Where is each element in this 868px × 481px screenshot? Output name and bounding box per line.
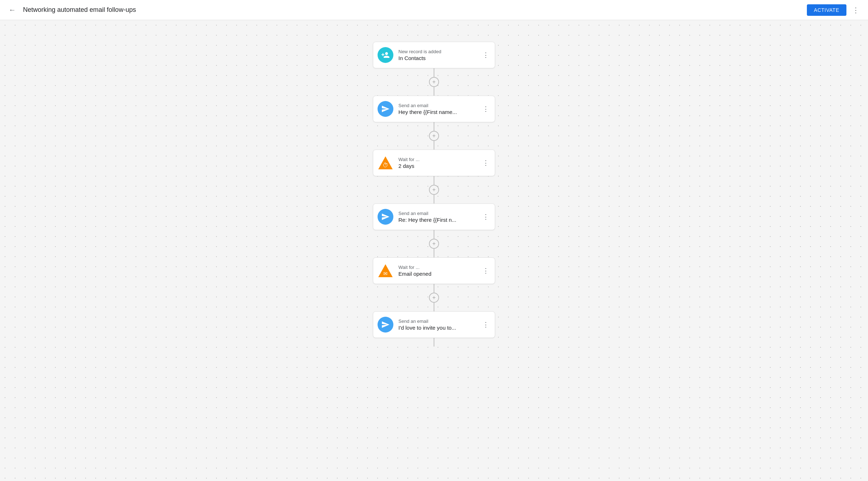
connector-line (434, 68, 434, 77)
connector-line (434, 195, 434, 203)
add-step-button-3[interactable]: + (429, 185, 439, 195)
connector-bottom (434, 338, 434, 347)
add-step-button-2[interactable]: + (429, 131, 439, 141)
send-email-1-label: Send an email (398, 103, 481, 108)
connector-line (434, 230, 434, 239)
email-send-icon-3 (378, 317, 393, 333)
node-1-more-button[interactable]: ⋮ (481, 50, 490, 60)
send-email-2-label: Send an email (398, 211, 481, 216)
connector-line (434, 87, 434, 96)
node-4-more-button[interactable]: ⋮ (481, 211, 490, 222)
email-send-icon-2 (378, 209, 393, 225)
node-send-email-2[interactable]: Send an email Re: Hey there {{First n...… (373, 203, 495, 230)
connector-line (434, 176, 434, 185)
email-send-icon-1 (378, 101, 393, 117)
send-icon (381, 212, 390, 221)
connector-line (434, 284, 434, 293)
add-step-button-5[interactable]: + (429, 293, 439, 303)
send-email-3-title: I'd love to invite you to... (398, 325, 481, 331)
wait-event-icon: ✉ (378, 263, 393, 279)
connector-1: + (429, 68, 439, 96)
back-button[interactable]: ← (6, 3, 19, 17)
wait-time-text: Wait for ... 2 days (398, 157, 481, 169)
wait-event-title: Email opened (398, 271, 481, 277)
orange-triangle-email-icon: ✉ (378, 263, 393, 279)
connector-5: + (429, 284, 439, 311)
node-send-email-1[interactable]: Send an email Hey there {{First name... … (373, 96, 495, 122)
node-trigger[interactable]: New record is added In Contacts ⋮ (373, 42, 495, 68)
orange-triangle-clock-icon: ⏱ (378, 155, 393, 171)
trigger-title: In Contacts (398, 55, 481, 61)
svg-text:✉: ✉ (383, 271, 388, 276)
send-email-2-title: Re: Hey there {{First n... (398, 217, 481, 223)
flow-container: New record is added In Contacts ⋮ + Send… (373, 42, 495, 452)
node-5-more-button[interactable]: ⋮ (481, 265, 490, 276)
send-email-3-text: Send an email I'd love to invite you to.… (398, 319, 481, 331)
connector-line (434, 303, 434, 311)
activate-button[interactable]: ACTIVATE (807, 4, 846, 16)
add-step-button-4[interactable]: + (429, 239, 439, 249)
connector-line (434, 249, 434, 257)
send-email-2-text: Send an email Re: Hey there {{First n... (398, 211, 481, 223)
node-6-more-button[interactable]: ⋮ (481, 319, 490, 330)
connector-4: + (429, 230, 439, 257)
header-left: ← Networking automated email follow-ups (6, 3, 136, 17)
person-add-icon (381, 51, 390, 59)
header: ← Networking automated email follow-ups … (0, 0, 868, 20)
connector-line (434, 338, 434, 347)
trigger-label: New record is added (398, 49, 481, 54)
send-email-1-text: Send an email Hey there {{First name... (398, 103, 481, 115)
send-icon (381, 105, 390, 113)
wait-time-title: 2 days (398, 163, 481, 169)
node-wait-event[interactable]: ✉ Wait for ... Email opened ⋮ (373, 257, 495, 284)
connector-3: + (429, 176, 439, 203)
trigger-icon (378, 47, 393, 63)
connector-2: + (429, 122, 439, 150)
connector-line (434, 122, 434, 131)
connector-line (434, 141, 434, 150)
page-title: Networking automated email follow-ups (23, 6, 136, 14)
send-email-3-label: Send an email (398, 319, 481, 324)
node-wait-time[interactable]: ⏱ Wait for ... 2 days ⋮ (373, 150, 495, 176)
header-more-button[interactable]: ⋮ (849, 3, 862, 17)
wait-time-label: Wait for ... (398, 157, 481, 162)
trigger-text: New record is added In Contacts (398, 49, 481, 61)
wait-event-text: Wait for ... Email opened (398, 265, 481, 277)
send-icon (381, 320, 390, 329)
svg-text:⏱: ⏱ (383, 162, 388, 168)
flow-canvas: New record is added In Contacts ⋮ + Send… (0, 20, 868, 481)
send-email-1-title: Hey there {{First name... (398, 109, 481, 115)
node-3-more-button[interactable]: ⋮ (481, 157, 490, 168)
add-step-button-1[interactable]: + (429, 77, 439, 87)
node-send-email-3[interactable]: Send an email I'd love to invite you to.… (373, 311, 495, 338)
header-right: ACTIVATE ⋮ (807, 3, 862, 17)
wait-event-label: Wait for ... (398, 265, 481, 270)
wait-time-icon: ⏱ (378, 155, 393, 171)
node-2-more-button[interactable]: ⋮ (481, 104, 490, 114)
